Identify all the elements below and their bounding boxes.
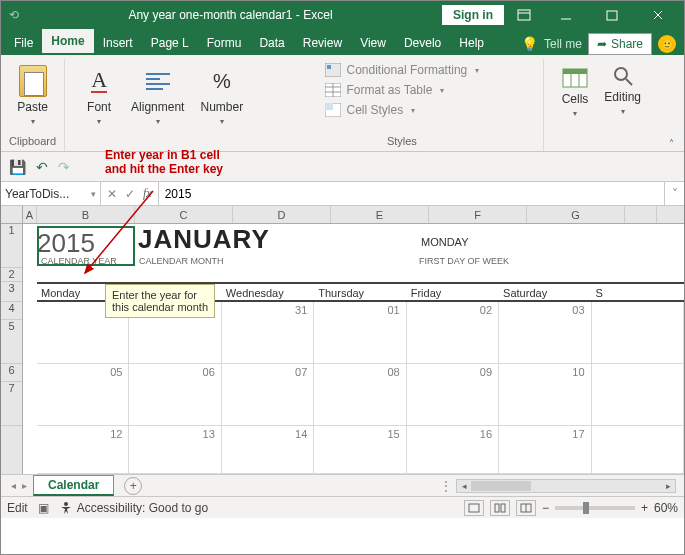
tab-developer[interactable]: Develo — [395, 31, 450, 55]
scroll-right-button[interactable]: ▸ — [661, 481, 675, 491]
new-sheet-button[interactable]: + — [124, 477, 142, 495]
cal-cell[interactable]: 10 — [499, 364, 591, 426]
accessibility-status[interactable]: Accessibility: Good to go — [59, 501, 208, 515]
ribbon-display-options-button[interactable] — [506, 1, 542, 29]
cal-cell[interactable] — [592, 302, 684, 364]
table-label: Format as Table — [347, 83, 433, 97]
cal-cell[interactable]: 15 — [314, 426, 406, 474]
horizontal-scrollbar[interactable]: ◂ ▸ — [456, 479, 676, 493]
minimize-button[interactable] — [544, 1, 588, 29]
split-handle[interactable]: ⋮ — [436, 479, 456, 493]
cells-button[interactable]: Cells ▾ — [558, 63, 593, 120]
svg-rect-15 — [563, 69, 587, 74]
paste-button[interactable]: Paste ▾ — [13, 63, 53, 128]
cell-styles-button[interactable]: Cell Styles▾ — [321, 101, 484, 119]
row-header-1[interactable]: 1 — [1, 224, 22, 268]
row-header-4[interactable]: 4 — [1, 302, 22, 320]
cal-cell[interactable]: 13 — [129, 426, 221, 474]
cancel-formula-button[interactable]: ✕ — [107, 187, 117, 201]
row-header-5[interactable]: 5 — [1, 320, 22, 364]
scroll-thumb[interactable] — [471, 481, 531, 491]
cal-cell[interactable]: 09 — [407, 364, 499, 426]
cal-cell[interactable]: 07 — [222, 364, 314, 426]
col-header-a[interactable]: A — [23, 206, 37, 223]
collapse-ribbon-button[interactable]: ˄ — [665, 136, 678, 151]
macro-record-icon[interactable]: ▣ — [38, 501, 49, 515]
tab-home[interactable]: Home — [42, 29, 93, 55]
row-header-7[interactable]: 7 — [1, 382, 22, 426]
cal-cell[interactable]: 03 — [499, 302, 591, 364]
number-button[interactable]: % Number ▾ — [196, 63, 247, 128]
sheet-nav-arrows[interactable]: ◂▸ — [5, 480, 33, 491]
svg-rect-3 — [607, 11, 617, 20]
tab-page-layout[interactable]: Page L — [142, 31, 198, 55]
page-break-view-button[interactable] — [516, 500, 536, 516]
col-header-end[interactable] — [625, 206, 657, 223]
formula-input[interactable]: 2015 — [159, 182, 664, 205]
normal-view-button[interactable] — [464, 500, 484, 516]
cal-cell[interactable]: 01 — [314, 302, 406, 364]
row-headers: 1 2 3 4 5 6 7 — [1, 224, 23, 474]
svg-rect-23 — [495, 504, 499, 512]
expand-formula-bar-button[interactable]: ˅ — [664, 182, 684, 205]
col-header-d[interactable]: D — [233, 206, 331, 223]
cond-fmt-label: Conditional Formatting — [347, 63, 468, 77]
page-layout-view-button[interactable] — [490, 500, 510, 516]
zoom-slider[interactable] — [555, 506, 635, 510]
zoom-in-button[interactable]: + — [641, 501, 648, 515]
format-as-table-button[interactable]: Format as Table▾ — [321, 81, 484, 99]
scroll-left-button[interactable]: ◂ — [457, 481, 471, 491]
conditional-formatting-button[interactable]: Conditional Formatting▾ — [321, 61, 484, 79]
cells-area[interactable]: 2015 JANUARY MONDAY CALENDAR YEAR CALEND… — [23, 224, 684, 474]
cal-cell[interactable]: 14 — [222, 426, 314, 474]
enter-formula-button[interactable]: ✓ — [125, 187, 135, 201]
zoom-level[interactable]: 60% — [654, 501, 678, 515]
tab-review[interactable]: Review — [294, 31, 351, 55]
undo-button[interactable]: ↶ — [36, 159, 48, 175]
select-all-corner[interactable] — [1, 206, 23, 223]
column-headers: A B C D E F G — [1, 206, 684, 224]
save-button[interactable]: 💾 — [9, 159, 26, 175]
col-header-g[interactable]: G — [527, 206, 625, 223]
tab-help[interactable]: Help — [450, 31, 493, 55]
cal-cell[interactable]: 31 — [222, 302, 314, 364]
font-label: Font — [87, 100, 111, 114]
cal-cell[interactable]: 06 — [129, 364, 221, 426]
tab-formulas[interactable]: Formu — [198, 31, 251, 55]
editing-button[interactable]: Editing ▾ — [600, 63, 645, 118]
sheet-tab-calendar[interactable]: Calendar — [33, 475, 114, 496]
tab-view[interactable]: View — [351, 31, 395, 55]
cal-cell[interactable]: 12 — [37, 426, 129, 474]
alignment-button[interactable]: Alignment ▾ — [127, 63, 188, 128]
cal-cell[interactable] — [592, 364, 684, 426]
cal-cell[interactable]: 02 — [407, 302, 499, 364]
zoom-out-button[interactable]: − — [542, 501, 549, 515]
name-box[interactable]: YearToDis... ▾ — [1, 182, 101, 205]
close-button[interactable] — [636, 1, 680, 29]
col-header-f[interactable]: F — [429, 206, 527, 223]
cal-cell[interactable]: 08 — [314, 364, 406, 426]
sign-in-button[interactable]: Sign in — [442, 5, 504, 25]
share-button[interactable]: ➦Share — [588, 33, 652, 55]
maximize-button[interactable] — [590, 1, 634, 29]
date-num: 31 — [295, 304, 307, 316]
fx-icon[interactable]: fx — [143, 186, 152, 201]
cal-cell[interactable]: 05 — [37, 364, 129, 426]
redo-button[interactable]: ↷ — [58, 159, 70, 175]
col-header-c[interactable]: C — [135, 206, 233, 223]
row-header-6[interactable]: 6 — [1, 364, 22, 382]
col-header-e[interactable]: E — [331, 206, 429, 223]
cal-cell[interactable]: 17 — [499, 426, 591, 474]
cal-cell[interactable] — [592, 426, 684, 474]
tab-insert[interactable]: Insert — [94, 31, 142, 55]
tab-file[interactable]: File — [5, 31, 42, 55]
tell-me-search[interactable]: Tell me — [544, 37, 582, 51]
cal-cell[interactable]: 16 — [407, 426, 499, 474]
row-header-2[interactable]: 2 — [1, 268, 22, 282]
tab-data[interactable]: Data — [250, 31, 293, 55]
feedback-smiley-icon[interactable]: 🙂 — [658, 35, 676, 53]
row-header-3[interactable]: 3 — [1, 282, 22, 302]
font-button[interactable]: A Font ▾ — [79, 63, 119, 128]
col-header-b[interactable]: B — [37, 206, 135, 223]
zoom-slider-knob[interactable] — [583, 502, 589, 514]
